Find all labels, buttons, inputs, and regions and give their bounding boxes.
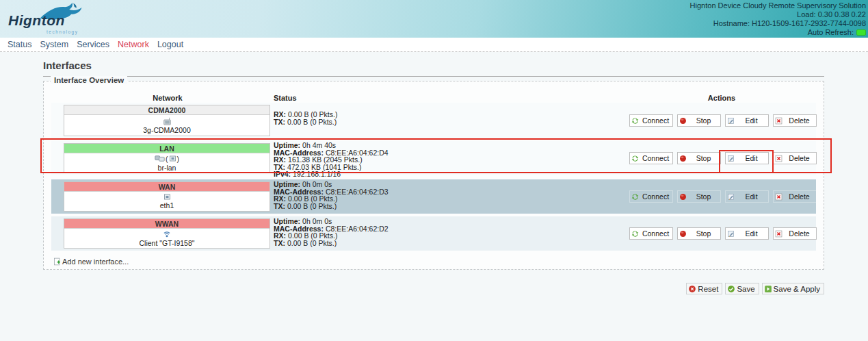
interface-device-name: Client "GT-I9158" <box>140 239 195 247</box>
status-label: IPv4: <box>274 170 291 178</box>
actions-cell: Connect Stop Edit Delete <box>629 141 818 175</box>
connect-button[interactable]: Connect <box>629 227 673 240</box>
status-cell: RX:0.00 B (0 Pkts.) TX:0.00 B (0 Pkts.) <box>274 111 337 125</box>
delete-icon <box>775 155 782 162</box>
logo-subtitle: technology <box>47 29 78 34</box>
save-apply-icon <box>764 285 772 293</box>
delete-icon <box>775 230 782 238</box>
edit-button[interactable]: Edit <box>725 190 769 203</box>
status-value: 192.168.1.1/16 <box>293 170 341 178</box>
reset-button[interactable]: Reset <box>686 283 722 294</box>
status-cell: Uptime:0h 0m 0s MAC-Address:C8:EE:A6:04:… <box>274 181 389 210</box>
menu-item-network[interactable]: Network <box>114 40 153 49</box>
stop-icon <box>679 193 687 201</box>
interface-card-wwan: WWAN Client "GT-I9158" <box>64 218 270 249</box>
connect-icon <box>631 155 639 162</box>
interface-card-cdma2000: CDMA2000 3g-CDMA2000 <box>64 105 270 136</box>
interface-name-badge: LAN <box>64 144 269 153</box>
add-icon <box>53 257 61 266</box>
edit-button[interactable]: Edit <box>725 114 769 127</box>
modem-3g-icon <box>163 117 172 125</box>
menu-item-logout[interactable]: Logout <box>153 40 187 49</box>
edit-icon <box>727 193 735 201</box>
stop-button[interactable]: Stop <box>677 190 721 203</box>
ethernet-port-icon <box>163 193 171 201</box>
status-value: 0.00 B (0 Pkts.) <box>287 239 337 247</box>
status-label: TX: <box>274 239 285 247</box>
stop-button[interactable]: Stop <box>677 152 721 164</box>
delete-button[interactable]: Delete <box>773 227 817 240</box>
status-value: 0.00 B (0 Pkts.) <box>287 202 337 210</box>
edit-button[interactable]: Edit <box>725 152 769 164</box>
logo-wordmark: Hignton <box>8 12 65 29</box>
interface-card-lan: LAN ( ) br-lan <box>64 143 270 173</box>
interface-row-lan: LAN ( ) br-lan Uptime:0h 4m 40s MAC-Addr… <box>51 141 816 175</box>
interface-name-badge: WWAN <box>64 219 269 229</box>
main-menu: Status System Services Network Logout <box>0 38 868 52</box>
interface-row-cdma2000: CDMA2000 3g-CDMA2000 RX:0.00 B (0 Pkts.)… <box>51 103 816 138</box>
status-label: TX: <box>274 202 285 210</box>
stop-button[interactable]: Stop <box>677 114 721 127</box>
delete-icon <box>775 117 782 125</box>
ethernet-port-icon <box>169 155 176 162</box>
edit-icon <box>727 230 735 238</box>
save-button[interactable]: Save <box>725 283 759 294</box>
column-header-network: Network <box>64 94 272 102</box>
menu-item-system[interactable]: System <box>36 40 73 49</box>
interface-row-wan: WAN eth1 Uptime:0h 0m 0s MAC-Address:C8:… <box>51 179 816 214</box>
form-footer: Reset Save Save & Apply <box>43 283 824 294</box>
add-new-interface-label: Add new interface... <box>62 257 129 266</box>
stop-icon <box>679 117 687 125</box>
hostname: Hostname: H120-1509-1617-2932-7744-0098 <box>690 19 866 28</box>
status-value: 0.00 B (0 Pkts.) <box>287 118 337 126</box>
reset-icon <box>688 285 696 293</box>
menu-item-services[interactable]: Services <box>73 40 114 49</box>
stop-button[interactable]: Stop <box>677 227 721 240</box>
status-cell: Uptime:0h 0m 0s MAC-Address:C8:EE:A6:04:… <box>274 218 389 247</box>
connect-button[interactable]: Connect <box>629 114 673 127</box>
auto-refresh-label: Auto Refresh: <box>808 28 854 37</box>
menu-item-status[interactable]: Status <box>3 40 36 49</box>
add-new-interface-link[interactable]: Add new interface... <box>53 257 129 266</box>
wifi-icon <box>163 230 171 238</box>
connect-icon <box>631 117 639 125</box>
edit-icon <box>727 117 735 125</box>
actions-cell: Connect Stop Edit Delete <box>629 179 818 214</box>
interface-name-badge: WAN <box>64 182 269 192</box>
paren-close: ) <box>177 155 180 163</box>
column-header-actions: Actions <box>626 94 817 102</box>
section-legend: Interface Overview <box>51 76 127 84</box>
interface-name-badge: CDMA2000 <box>64 105 269 115</box>
interface-device-name: br-lan <box>158 164 176 172</box>
interface-row-wwan: WWAN Client "GT-I9158" Uptime:0h 0m 0s M… <box>51 216 816 251</box>
delete-icon <box>775 193 782 201</box>
actions-cell: Connect Stop Edit Delete <box>629 103 818 138</box>
interface-card-wan: WAN eth1 <box>64 181 270 212</box>
delete-button[interactable]: Delete <box>773 190 817 203</box>
delete-button[interactable]: Delete <box>773 152 817 164</box>
load-average: Load: 0.30 0.38 0.22 <box>690 10 866 19</box>
page-title: Interfaces <box>43 60 824 77</box>
status-cell: Uptime:0h 4m 40s MAC-Address:C8:EE:A6:04… <box>274 142 389 178</box>
hignton-logo: Hignton technology <box>7 3 103 36</box>
stop-icon <box>679 230 687 238</box>
save-apply-button[interactable]: Save & Apply <box>762 283 824 294</box>
save-icon <box>727 285 735 293</box>
connect-icon <box>631 230 639 238</box>
stop-icon <box>679 155 687 162</box>
system-info-block: Hignton Device Cloudy Remote Supervisory… <box>690 1 866 37</box>
interface-device-name: eth1 <box>160 201 174 210</box>
delete-button[interactable]: Delete <box>773 114 817 127</box>
bridge-icon <box>155 155 165 162</box>
edit-button[interactable]: Edit <box>725 227 769 240</box>
connect-button[interactable]: Connect <box>629 190 673 203</box>
connect-button[interactable]: Connect <box>629 152 673 164</box>
auto-refresh-toggle[interactable] <box>856 29 866 36</box>
connect-icon <box>631 193 639 201</box>
edit-icon <box>727 155 735 162</box>
column-header-status: Status <box>274 94 297 102</box>
product-line: Hignton Device Cloudy Remote Supervisory… <box>690 1 866 10</box>
status-label: TX: <box>274 118 285 126</box>
paren-open: ( <box>166 155 168 163</box>
interface-device-name: 3g-CDMA2000 <box>143 126 190 134</box>
